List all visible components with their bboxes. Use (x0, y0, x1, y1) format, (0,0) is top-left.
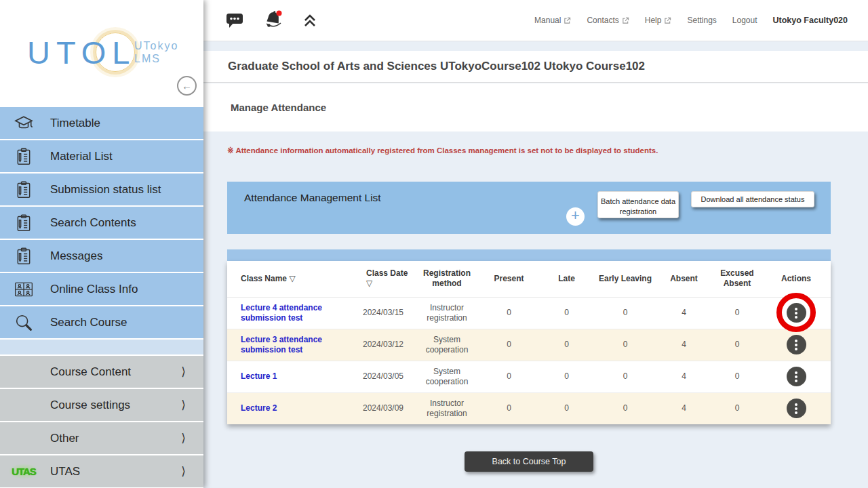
sort-descending-icon[interactable]: ▽ (366, 279, 414, 289)
sidebar-item-label: Timetable (50, 117, 100, 130)
section-icon-spacer (11, 426, 37, 451)
sidebar-item-timetable[interactable]: Timetable (0, 107, 203, 139)
logo-subtitle-line1: UTokyo (134, 39, 178, 52)
external-link-icon (664, 17, 671, 24)
sidebar: UTOL UTokyo LMS ← Timetable (0, 0, 203, 488)
help-link-label: Help (645, 16, 662, 25)
table-row: Lecture 2 2024/03/09 Instructor registra… (227, 392, 831, 424)
notifications-bell-icon[interactable] (262, 9, 285, 31)
class-name-link[interactable]: Lecture 4 attendance submission test (241, 303, 322, 323)
late-count-cell: 0 (538, 361, 595, 392)
class-name-link[interactable]: Lecture 2 (241, 403, 277, 413)
excused-absent-count-cell: 0 (713, 329, 762, 361)
absent-count-cell: 4 (655, 329, 713, 361)
utol-logo: UTOL (27, 34, 136, 71)
table-row: Lecture 1 2024/03/05 System cooperation … (227, 361, 831, 392)
sidebar-item-material-list[interactable]: Material List (0, 140, 203, 172)
sidebar-item-submission-status-list[interactable]: Submission status list (0, 174, 203, 205)
contacts-link[interactable]: Contacts (587, 16, 629, 25)
row-actions-menu-button[interactable] (787, 335, 806, 354)
download-all-attendance-button[interactable]: Download all attendance status (691, 191, 814, 207)
absent-count-cell: 4 (655, 297, 713, 329)
early-leaving-count-cell: 0 (595, 297, 655, 329)
clipboard-icon (11, 211, 37, 235)
clipboard-icon (11, 244, 37, 268)
column-header-late: Late (538, 261, 595, 297)
excused-absent-count-cell: 0 (713, 392, 762, 424)
row-actions-menu-button[interactable] (787, 367, 806, 386)
class-date-cell: 2024/03/12 (353, 329, 414, 361)
attendance-table: Class Name ▽ Class Date ▽ Registration m… (227, 261, 831, 424)
utas-logo-icon: UTAS (11, 460, 37, 484)
header-label: Class Name (241, 274, 287, 283)
column-header-class-name[interactable]: Class Name ▽ (227, 261, 353, 297)
class-name-link[interactable]: Lecture 1 (241, 371, 277, 381)
sidebar-item-search-course[interactable]: Search Course (0, 306, 203, 338)
sidebar-section-course-content[interactable]: Course Content ⟩ (0, 356, 203, 388)
column-header-class-date[interactable]: Class Date ▽ (353, 261, 414, 297)
section-icon-spacer (11, 393, 37, 418)
sidebar-item-search-contents[interactable]: Search Contents (0, 207, 203, 239)
table-header-row: Class Name ▽ Class Date ▽ Registration m… (227, 261, 831, 297)
manual-link-label: Manual (534, 16, 561, 25)
chevron-right-icon: ⟩ (181, 431, 186, 445)
utol-logo-subtitle: UTokyo LMS (134, 39, 178, 65)
plus-icon: + (571, 207, 580, 224)
help-link[interactable]: Help (645, 16, 672, 25)
sort-descending-icon[interactable]: ▽ (289, 274, 295, 283)
graduation-cap-icon (11, 111, 37, 136)
sidebar-section-other[interactable]: Other ⟩ (0, 422, 203, 454)
chevron-right-icon: ⟩ (181, 464, 186, 479)
sidebar-item-online-class-info[interactable]: Online Class Info (0, 273, 203, 305)
class-name-link[interactable]: Lecture 3 attendance submission test (241, 335, 322, 354)
sidebar-section-label: Course settings (50, 399, 181, 412)
present-count-cell: 0 (480, 361, 538, 392)
back-to-course-top-button[interactable]: Back to Course Top (465, 451, 593, 472)
logout-link[interactable]: Logout (732, 16, 757, 25)
sidebar-section-utas[interactable]: UTAS UTAS ⟩ (0, 455, 203, 487)
chat-messages-icon[interactable] (225, 12, 244, 29)
current-user-name: Utokyo Faculty020 (773, 16, 848, 25)
contacts-link-label: Contacts (587, 16, 618, 25)
late-count-cell: 0 (538, 329, 595, 361)
class-date-cell: 2024/03/15 (353, 297, 414, 329)
early-leaving-count-cell: 0 (595, 361, 655, 392)
sidebar-item-label: Material List (50, 150, 113, 163)
excused-absent-count-cell: 0 (713, 297, 762, 329)
topbar-icons (225, 9, 317, 31)
row-actions-menu-button[interactable] (787, 399, 806, 418)
sidebar-item-messages[interactable]: Messages (0, 240, 203, 272)
section-icon-spacer (11, 360, 37, 384)
course-title: Graduate School of Arts and Sciences UTo… (228, 60, 645, 73)
table-row: Lecture 4 attendance submission test 202… (227, 297, 831, 329)
panel-title: Attendance Management List (244, 192, 381, 204)
page-header-band: Manage Attendance (203, 83, 868, 131)
settings-link[interactable]: Settings (687, 16, 716, 25)
topbar: Manual Contacts Help Settings Logout Uto… (203, 0, 868, 41)
sidebar-divider (0, 340, 203, 354)
present-count-cell: 0 (480, 297, 538, 329)
collapse-topbar-chevrons-icon[interactable] (302, 13, 317, 28)
batch-attendance-registration-button[interactable]: Batch attendance data registration (597, 191, 679, 218)
column-header-actions: Actions (762, 261, 831, 297)
column-header-early-leaving: Early Leaving (595, 261, 655, 297)
sidebar-section-course-settings[interactable]: Course settings ⟩ (0, 389, 203, 421)
page-title: Manage Attendance (231, 102, 326, 113)
collapse-sidebar-button[interactable]: ← (177, 76, 197, 96)
logout-link-label: Logout (732, 16, 757, 25)
utas-logo-text: UTAS (9, 464, 39, 479)
add-attendance-button[interactable]: + (566, 207, 585, 226)
external-link-icon (622, 17, 629, 24)
column-header-registration-method: Registration method (414, 261, 480, 297)
sidebar-item-label: Messages (50, 249, 102, 263)
sidebar-section-label: UTAS (50, 465, 181, 479)
excused-absent-count-cell: 0 (713, 361, 762, 392)
column-header-absent: Absent (655, 261, 713, 297)
present-count-cell: 0 (480, 329, 538, 361)
topbar-nav: Manual Contacts Help Settings Logout Uto… (534, 16, 848, 25)
manual-link[interactable]: Manual (534, 16, 571, 25)
sidebar-item-label: Search Contents (50, 216, 136, 230)
absent-count-cell: 4 (655, 361, 713, 392)
header-label: Class Date (366, 268, 408, 278)
row-actions-menu-button[interactable] (787, 303, 806, 323)
